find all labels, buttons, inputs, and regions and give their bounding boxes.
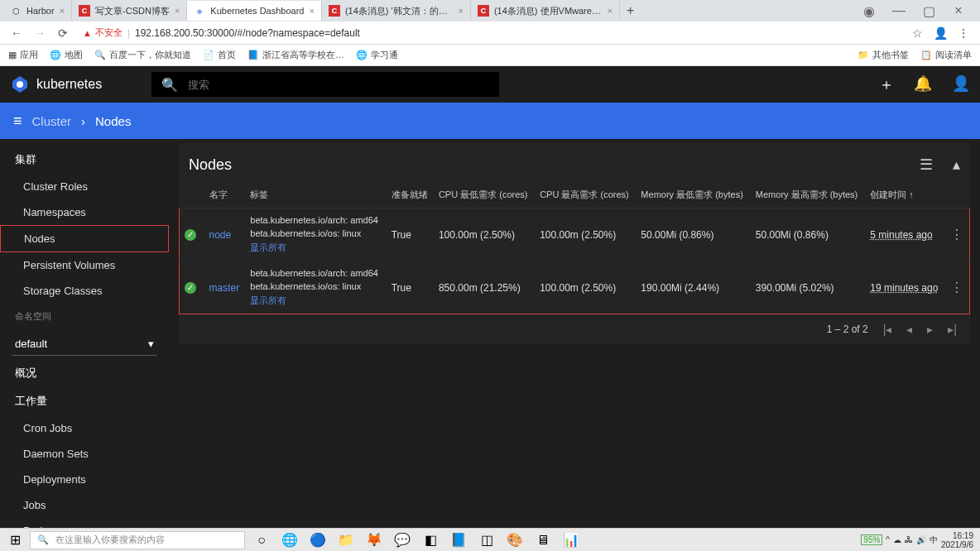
- minimize-button[interactable]: —: [887, 3, 910, 19]
- account-icon[interactable]: 👤: [952, 74, 970, 94]
- sidebar-item-persistent-volumes[interactable]: Persistent Volumes: [0, 252, 169, 278]
- cell-cpu-lim: 100.00m (2.50%): [535, 208, 636, 261]
- tray-expand-icon[interactable]: ^: [886, 535, 890, 544]
- cortana-icon[interactable]: ○: [250, 530, 273, 550]
- sidebar-item-nodes[interactable]: Nodes: [0, 225, 169, 252]
- ime-icon[interactable]: 中: [930, 534, 938, 546]
- browser-tab[interactable]: C (14条消息) 使用VMware Works ×: [471, 1, 620, 21]
- volume-icon[interactable]: 🔊: [916, 535, 926, 544]
- show-all-link[interactable]: 显示所有: [250, 295, 381, 307]
- bookmark[interactable]: 🌐 地图: [50, 49, 83, 61]
- dev-icon[interactable]: ◧: [419, 530, 442, 550]
- close-icon[interactable]: ×: [607, 6, 612, 16]
- row-menu-icon[interactable]: ⋮: [950, 280, 963, 295]
- sidebar-item-namespaces[interactable]: Namespaces: [0, 199, 169, 225]
- wechat-icon[interactable]: 💬: [391, 530, 414, 550]
- col-ready[interactable]: 准备就绪: [387, 182, 434, 208]
- bookmark[interactable]: 🔍 百度一下，你就知道: [94, 49, 191, 61]
- explorer-icon[interactable]: 📁: [334, 530, 358, 550]
- namespace-select[interactable]: default▾: [12, 333, 157, 356]
- menu-icon[interactable]: ⋮: [955, 26, 972, 40]
- close-icon[interactable]: ×: [175, 6, 180, 16]
- create-button[interactable]: ＋: [879, 74, 894, 94]
- browser-tab[interactable]: C (14条消息) '韩文清：的博客_CS ×: [322, 1, 471, 21]
- chrome-icon[interactable]: 🔵: [306, 530, 329, 550]
- sidebar-item-cronjobs[interactable]: Cron Jobs: [0, 415, 169, 441]
- forward-button[interactable]: →: [31, 26, 48, 40]
- other-bookmarks[interactable]: 📁 其他书签: [858, 49, 909, 61]
- onedrive-icon[interactable]: ☁: [893, 535, 901, 544]
- record-icon[interactable]: ◉: [858, 3, 881, 19]
- battery-icon[interactable]: 95%: [861, 534, 882, 545]
- app-icon[interactable]: 🎨: [503, 530, 526, 550]
- sidebar-item-cluster-roles[interactable]: Cluster Roles: [0, 174, 169, 199]
- reload-button[interactable]: ⟳: [55, 26, 71, 40]
- show-all-link[interactable]: 显示所有: [250, 242, 381, 254]
- collapse-icon[interactable]: ▴: [953, 156, 960, 174]
- reading-list[interactable]: 📋 阅读清单: [920, 49, 972, 61]
- last-page-button[interactable]: ▸|: [948, 323, 957, 336]
- node-link[interactable]: node: [209, 229, 232, 241]
- close-window-button[interactable]: ×: [947, 3, 970, 19]
- col-cpu-lim[interactable]: CPU 最高需求 (cores): [535, 182, 636, 208]
- sidebar-item-storage-classes[interactable]: Storage Classes: [0, 278, 169, 304]
- main-content: Nodes ☰ ▴ 名字 标签 准备就绪 CPU 最低需求 (cores): [169, 139, 980, 528]
- kubernetes-logo[interactable]: kubernetes: [10, 74, 102, 94]
- browser-tab[interactable]: ⬡ Harbor ×: [3, 1, 72, 21]
- breadcrumb-cluster[interactable]: Cluster: [32, 114, 72, 128]
- col-cpu-req[interactable]: CPU 最低需求 (cores): [434, 182, 535, 208]
- close-icon[interactable]: ×: [458, 6, 463, 16]
- sidebar-item-deployments[interactable]: Deployments: [0, 467, 169, 492]
- sidebar-item-jobs[interactable]: Jobs: [0, 492, 169, 518]
- bookmark[interactable]: 📘 浙江省高等学校在…: [247, 49, 344, 61]
- firefox-icon[interactable]: 🦊: [363, 530, 386, 550]
- edge-icon[interactable]: 🌐: [278, 530, 301, 550]
- browser-tab-bar: ⬡ Harbor × C 写文章-CSDN博客 × ⎈ Kubernetes D…: [0, 0, 980, 22]
- table-row[interactable]: ✓ node beta.kubernetes.io/arch: amd64 be…: [180, 208, 970, 261]
- apps-button[interactable]: ▦ 应用: [8, 49, 38, 61]
- app-icon[interactable]: 📊: [560, 530, 583, 550]
- col-name[interactable]: 名字: [204, 182, 246, 208]
- node-link[interactable]: master: [209, 282, 240, 294]
- col-created[interactable]: 创建时间 ↑: [865, 182, 944, 208]
- start-button[interactable]: ⊞: [0, 532, 30, 548]
- close-icon[interactable]: ×: [60, 6, 65, 16]
- sidebar-item-pods[interactable]: Pods: [0, 518, 169, 528]
- menu-toggle[interactable]: ≡: [13, 113, 22, 130]
- vmware-icon[interactable]: 🖥: [531, 530, 555, 550]
- network-icon[interactable]: 🖧: [905, 535, 913, 544]
- close-icon[interactable]: ×: [309, 6, 314, 16]
- back-button[interactable]: ←: [8, 26, 25, 40]
- table-row[interactable]: ✓ master beta.kubernetes.io/arch: amd64 …: [180, 261, 970, 314]
- sidebar-item-daemonsets[interactable]: Daemon Sets: [0, 441, 169, 467]
- next-page-button[interactable]: ▸: [927, 323, 933, 336]
- new-tab-button[interactable]: +: [620, 3, 641, 18]
- search-box[interactable]: 🔍: [151, 72, 499, 97]
- system-tray[interactable]: 95% ^ ☁ 🖧 🔊 中 16:19 2021/9/6: [854, 531, 980, 549]
- tab-title: 写文章-CSDN博客: [95, 5, 170, 17]
- profile-icon[interactable]: 👤: [932, 26, 949, 40]
- word-icon[interactable]: 📘: [447, 530, 470, 550]
- maximize-button[interactable]: ▢: [917, 3, 940, 19]
- first-page-button[interactable]: |◂: [883, 323, 892, 336]
- sidebar-section-overview[interactable]: 概况: [0, 359, 169, 387]
- search-input[interactable]: [188, 79, 489, 91]
- col-mem-req[interactable]: Memory 最低需求 (bytes): [636, 182, 750, 208]
- star-icon[interactable]: ☆: [909, 26, 925, 40]
- filter-icon[interactable]: ☰: [920, 156, 933, 174]
- app-icon[interactable]: ◫: [475, 530, 498, 550]
- col-labels[interactable]: 标签: [245, 182, 386, 208]
- bookmark[interactable]: 🌐 学习通: [356, 49, 398, 61]
- notifications-icon[interactable]: 🔔: [914, 74, 932, 94]
- address-bar[interactable]: ▲ 不安全 | 192.168.200.50:30000/#/node?name…: [78, 26, 902, 39]
- col-mem-lim[interactable]: Memory 最高需求 (bytes): [751, 182, 865, 208]
- breadcrumb: ≡ Cluster › Nodes: [0, 103, 980, 139]
- chevron-down-icon: ▾: [148, 338, 154, 350]
- card-title: Nodes: [189, 156, 920, 174]
- prev-page-button[interactable]: ◂: [906, 323, 912, 336]
- row-menu-icon[interactable]: ⋮: [950, 228, 963, 242]
- taskbar-search[interactable]: 🔍 在这里输入你要搜索的内容: [30, 531, 245, 549]
- browser-tab[interactable]: C 写文章-CSDN博客 ×: [72, 1, 187, 21]
- bookmark[interactable]: 📄 首页: [203, 49, 236, 61]
- browser-tab-active[interactable]: ⎈ Kubernetes Dashboard ×: [187, 1, 322, 21]
